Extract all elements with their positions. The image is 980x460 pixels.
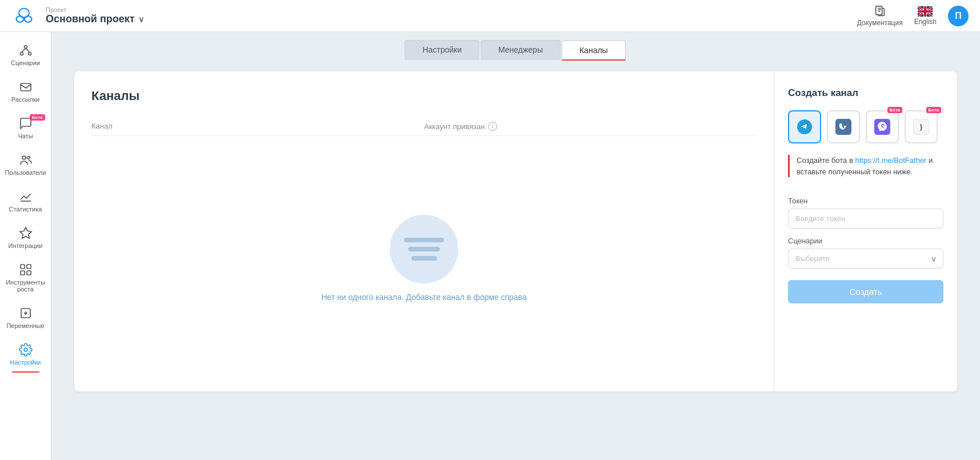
svg-point-11: [24, 46, 27, 49]
token-description: Создайте бота в https://t.me/BotFather и…: [797, 155, 943, 177]
card-container: Каналы Канал Аккаунт привязан i: [74, 71, 957, 391]
app-layout: Сценарии Рассылки Бета Чаты: [0, 32, 980, 460]
sidebar-item-scenarios[interactable]: Сценарии: [3, 38, 49, 72]
col-account-header: Аккаунт привязан i: [424, 122, 757, 131]
empty-illustration: [390, 215, 458, 283]
content-area: Каналы Канал Аккаунт привязан i: [51, 60, 980, 460]
svg-rect-21: [21, 265, 25, 269]
app-logo: [11, 3, 37, 29]
channel-type-vk[interactable]: [827, 110, 860, 143]
create-channel-panel: Создать канал: [774, 71, 957, 391]
scenarios-icon: [19, 43, 33, 57]
tab-settings[interactable]: Настройки: [405, 40, 479, 60]
user-avatar[interactable]: П: [948, 6, 969, 26]
botfather-link[interactable]: https://t.me/BotFather: [855, 156, 926, 165]
jivosite-icon: }: [913, 119, 929, 135]
col-channel-header: Канал: [91, 122, 424, 131]
svg-text:}: }: [919, 123, 923, 131]
project-name[interactable]: Основной проект ∨: [46, 13, 144, 25]
svg-line-14: [22, 49, 26, 53]
sidebar-item-chats[interactable]: Бета Чаты: [3, 111, 49, 145]
variables-icon: [19, 306, 33, 320]
channel-type-viber[interactable]: Бета: [866, 110, 899, 143]
language-selector[interactable]: English: [914, 6, 937, 26]
telegram-icon: [797, 119, 813, 135]
sidebar-item-integrations[interactable]: Интеграции: [3, 221, 49, 255]
svg-rect-10: [918, 10, 933, 13]
svg-rect-16: [21, 83, 31, 91]
svg-point-28: [24, 348, 27, 351]
channel-types: Бета Бета }: [788, 110, 943, 143]
svg-rect-23: [21, 271, 25, 275]
svg-rect-22: [27, 265, 31, 269]
beta-badge: Бета: [30, 114, 45, 121]
svg-point-17: [22, 156, 26, 159]
uk-flag-icon: [918, 6, 933, 17]
main-content: Настройки Менеджеры Каналы Каналы Канал …: [51, 32, 980, 460]
project-label: Проект: [46, 6, 144, 13]
viber-beta-badge: Бета: [887, 107, 902, 113]
table-header: Канал Аккаунт привязан i: [91, 117, 757, 136]
tab-managers[interactable]: Менеджеры: [481, 40, 561, 60]
sidebar-item-settings[interactable]: Настройки: [3, 337, 49, 371]
svg-point-13: [28, 53, 31, 55]
info-icon[interactable]: i: [488, 122, 497, 131]
tabs-bar: Настройки Менеджеры Каналы: [51, 32, 980, 60]
tab-channels[interactable]: Каналы: [562, 41, 626, 61]
svg-line-15: [26, 49, 30, 53]
navbar-right: Документация English П: [857, 5, 969, 27]
channel-type-telegram[interactable]: [788, 110, 821, 143]
scenarios-select-wrapper: Выберите ∨: [788, 249, 943, 269]
growth-icon: [19, 263, 33, 277]
sidebar-item-stats[interactable]: Статистика: [3, 184, 49, 218]
empty-line-3: [411, 256, 437, 261]
users-icon: [19, 153, 33, 167]
navbar: Проект Основной проект ∨ Документация: [0, 0, 980, 32]
create-channel-title: Создать канал: [788, 87, 943, 99]
channels-empty-state: Нет ни одного канала. Добавьте канал в ф…: [91, 142, 757, 374]
sidebar: Сценарии Рассылки Бета Чаты: [0, 32, 51, 460]
svg-marker-20: [20, 227, 31, 238]
viber-icon: [874, 119, 890, 135]
integrations-icon: [19, 226, 33, 240]
scenarios-label: Сценарии: [788, 237, 943, 245]
empty-line-1: [404, 238, 444, 242]
svg-point-18: [27, 157, 30, 159]
jivosite-beta-badge: Бета: [926, 107, 941, 113]
settings-icon: [19, 343, 33, 357]
channels-title: Каналы: [91, 89, 757, 103]
mail-icon: [19, 80, 33, 94]
create-button[interactable]: Создать: [788, 280, 943, 303]
empty-text: Нет ни одного канала. Добавьте канал в ф…: [321, 293, 527, 302]
empty-line-2: [408, 247, 440, 251]
token-section: Создайте бота в https://t.me/BotFather и…: [788, 155, 943, 177]
sidebar-item-growth[interactable]: Инструменты роста: [3, 257, 49, 298]
scenarios-select[interactable]: Выберите: [788, 249, 943, 269]
svg-rect-30: [835, 119, 851, 135]
vk-icon: [835, 119, 851, 135]
token-input[interactable]: [788, 209, 943, 229]
svg-point-1: [17, 16, 24, 22]
sidebar-item-users[interactable]: Пользователи: [3, 147, 49, 182]
svg-rect-24: [27, 271, 31, 275]
project-selector[interactable]: Проект Основной проект ∨: [46, 6, 144, 25]
stats-icon: [19, 190, 33, 203]
channels-panel: Каналы Канал Аккаунт привязан i: [74, 71, 774, 391]
sidebar-item-mailings[interactable]: Рассылки: [3, 74, 49, 109]
chevron-down-icon: ∨: [138, 15, 144, 24]
svg-point-2: [25, 16, 32, 22]
token-label: Токен: [788, 197, 943, 205]
svg-point-12: [20, 53, 23, 55]
svg-rect-5: [875, 6, 882, 14]
documentation-link[interactable]: Документация: [857, 5, 903, 27]
sidebar-item-variables[interactable]: Переменные: [3, 301, 49, 335]
channel-type-jivosite[interactable]: Бета }: [905, 110, 938, 143]
